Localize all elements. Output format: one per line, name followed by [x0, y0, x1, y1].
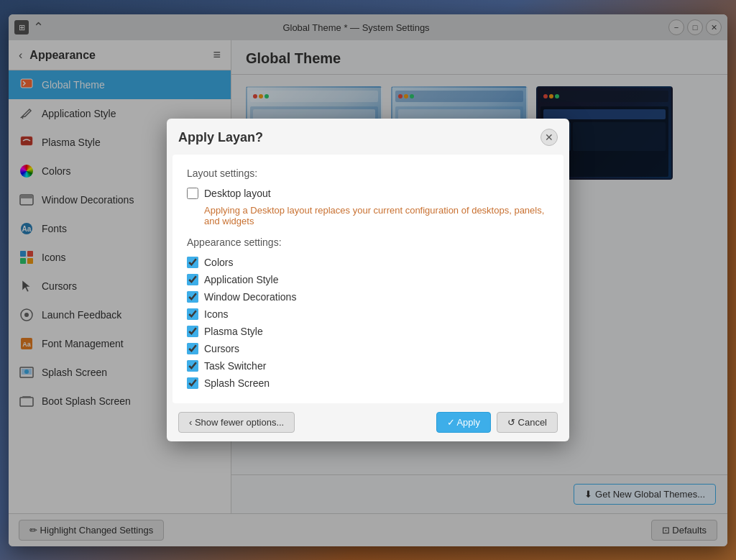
icons-checkbox[interactable] [187, 308, 198, 320]
icons-checkbox-label: Icons [204, 308, 228, 320]
app-style-checkbox-row: Application Style [187, 271, 549, 288]
application-style-checkbox[interactable] [187, 274, 198, 285]
colors-checkbox-row: Colors [187, 254, 549, 271]
cursors-checkbox-label: Cursors [204, 343, 239, 354]
layout-settings-label: Layout settings: [187, 167, 549, 179]
task-switcher-checkbox-row: Task Switcher [187, 357, 549, 375]
cursors-checkbox[interactable] [187, 343, 198, 354]
plasma-style-checkbox-label: Plasma Style [204, 326, 263, 337]
icons-checkbox-row: Icons [187, 306, 549, 323]
colors-checkbox[interactable] [187, 257, 198, 268]
dialog-title: Apply Layan? [178, 130, 263, 145]
dialog-close-button[interactable]: ✕ [540, 129, 558, 146]
cancel-button[interactable]: ↺ Cancel [497, 412, 558, 433]
apply-button[interactable]: ✓ Apply [436, 412, 491, 433]
task-switcher-checkbox-label: Task Switcher [204, 360, 266, 372]
appearance-settings-label: Appearance settings: [187, 237, 549, 248]
window-dec-checkbox-row: Window Decorations [187, 288, 549, 306]
dialog-footer: ‹ Show fewer options... ✓ Apply ↺ Cancel [167, 403, 569, 441]
desktop-layout-checkbox[interactable] [187, 188, 198, 199]
splash-screen-checkbox-row: Splash Screen [187, 375, 549, 392]
dialog-overlay: Apply Layan? ✕ Layout settings: Desktop … [0, 0, 736, 560]
desktop-layout-row: Desktop layout [187, 185, 549, 202]
dialog-footer-right: ✓ Apply ↺ Cancel [436, 412, 558, 433]
cursors-checkbox-row: Cursors [187, 340, 549, 357]
dialog-titlebar: Apply Layan? ✕ [167, 119, 569, 155]
colors-checkbox-label: Colors [204, 257, 233, 268]
desktop-layout-warning: Applying a Desktop layout replaces your … [204, 205, 549, 226]
window-decorations-checkbox[interactable] [187, 291, 198, 303]
app-style-checkbox-label: Application Style [204, 274, 279, 285]
show-fewer-options-button[interactable]: ‹ Show fewer options... [178, 412, 295, 433]
plasma-style-checkbox-row: Plasma Style [187, 323, 549, 340]
desktop-layout-checkbox-label: Desktop layout [204, 188, 271, 199]
dialog-body: Layout settings: Desktop layout Applying… [172, 155, 564, 403]
apply-dialog: Apply Layan? ✕ Layout settings: Desktop … [167, 119, 569, 441]
window-dec-checkbox-label: Window Decorations [204, 291, 296, 303]
plasma-style-checkbox[interactable] [187, 326, 198, 337]
splash-screen-checkbox[interactable] [187, 377, 198, 389]
splash-screen-checkbox-label: Splash Screen [204, 377, 270, 389]
task-switcher-checkbox[interactable] [187, 360, 198, 372]
